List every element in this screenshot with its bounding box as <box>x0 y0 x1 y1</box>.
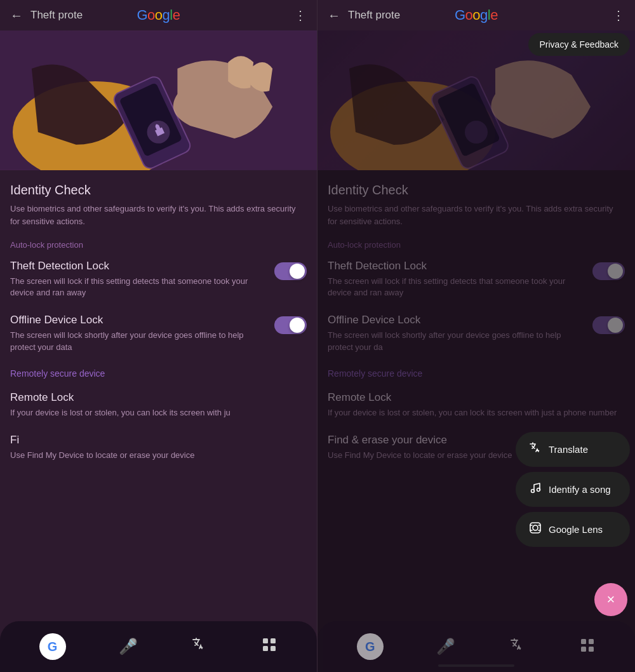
left-hero-image <box>0 30 317 170</box>
right-theft-detection-desc: The screen will lock if this setting det… <box>328 276 585 299</box>
right-offline-toggle-track <box>592 316 625 334</box>
left-back-button[interactable]: ← <box>10 8 23 23</box>
privacy-feedback-badge[interactable]: Privacy & Feedback <box>528 33 631 56</box>
left-identity-check-section: Identity Check Use biometrics and other … <box>10 183 307 227</box>
google-g-icon: G <box>48 640 58 654</box>
translate-label: Translate <box>549 444 588 455</box>
right-offline-lock-text: Offline Device Lock The screen will lock… <box>328 314 592 353</box>
left-find-erase-desc: Use Find My Device to locate or erase yo… <box>10 450 299 461</box>
right-google-icon: G <box>357 633 384 660</box>
left-remote-lock-row: Remote Lock If your device is lost or st… <box>10 391 307 419</box>
svg-rect-16 <box>530 523 540 533</box>
svg-rect-21 <box>589 647 594 652</box>
right-theft-toggle-track <box>592 262 625 280</box>
google-icon-button[interactable]: G <box>39 633 66 660</box>
right-translate-icon <box>509 636 526 657</box>
right-back-button[interactable]: ← <box>328 8 340 23</box>
google-lens-label: Google Lens <box>549 524 603 535</box>
svg-rect-5 <box>263 638 268 643</box>
translate-icon <box>528 441 542 458</box>
right-remote-lock-text: Remote Lock If your device is lost or st… <box>328 391 625 419</box>
left-find-erase-row: Fi Use Find My Device to locate or erase… <box>10 434 307 461</box>
right-offline-lock-row: Offline Device Lock The screen will lock… <box>328 314 625 353</box>
left-offline-lock-desc: The screen will lock shortly after your … <box>10 330 267 353</box>
left-bottom-bar: G 🎤 <box>0 621 317 672</box>
svg-point-17 <box>533 525 538 530</box>
left-remote-lock-name: Remote Lock <box>10 391 299 404</box>
right-remote-lock-desc: If your device is lost or stolen, you ca… <box>328 407 617 419</box>
right-offline-lock-name: Offline Device Lock <box>328 314 585 326</box>
left-more-button[interactable]: ⋮ <box>294 8 307 23</box>
left-theft-detection-toggle[interactable] <box>274 262 307 280</box>
right-remote-lock-name: Remote Lock <box>328 391 617 404</box>
right-remote-link[interactable]: Remotely secure device <box>328 368 625 379</box>
right-auto-lock-label: Auto-lock protection <box>328 240 625 250</box>
left-content: Identity Check Use biometrics and other … <box>0 170 317 489</box>
left-offline-lock-text: Offline Device Lock The screen will lock… <box>10 314 274 353</box>
left-theft-detection-row: Theft Detection Lock The screen will loc… <box>10 260 307 299</box>
right-panel: ← Theft prote Google ⋮ Privacy & Feedbac… <box>318 0 635 672</box>
left-theft-toggle-track <box>274 262 307 280</box>
svg-rect-6 <box>271 638 276 643</box>
right-theft-detection-row: Theft Detection Lock The screen will loc… <box>328 260 625 299</box>
identify-song-menu-item[interactable]: Identify a song <box>516 472 630 507</box>
grid-button[interactable] <box>261 636 277 657</box>
left-find-erase-name: Fi <box>10 434 299 447</box>
left-identity-check-desc: Use biometrics and other safeguards to v… <box>10 203 307 227</box>
right-google-logo: Google <box>455 7 498 24</box>
svg-rect-20 <box>581 647 586 652</box>
right-mic-icon: 🎤 <box>436 638 455 655</box>
left-theft-detection-name: Theft Detection Lock <box>10 260 267 272</box>
right-bottom-bar: G 🎤 <box>318 621 635 672</box>
left-offline-toggle-track <box>274 316 307 334</box>
google-lens-menu-item[interactable]: Google Lens <box>516 512 630 547</box>
right-remote-lock-row: Remote Lock If your device is lost or st… <box>328 391 625 419</box>
translate-menu-item[interactable]: Translate <box>516 432 630 467</box>
right-google-g: G <box>365 640 375 654</box>
left-offline-lock-name: Offline Device Lock <box>10 314 267 326</box>
google-lens-icon <box>528 521 542 538</box>
right-identity-check-section: Identity Check Use biometrics and other … <box>328 183 625 227</box>
left-theft-detection-text: Theft Detection Lock The screen will loc… <box>10 260 274 299</box>
right-header: ← Theft prote Google ⋮ <box>318 0 635 30</box>
left-offline-toggle-thumb <box>290 318 305 333</box>
left-find-erase-text: Fi Use Find My Device to locate or erase… <box>10 434 307 461</box>
left-auto-lock-label: Auto-lock protection <box>10 240 307 250</box>
svg-rect-8 <box>271 646 276 651</box>
left-remote-lock-text: Remote Lock If your device is lost or st… <box>10 391 307 419</box>
mic-button[interactable]: 🎤 <box>119 638 138 655</box>
right-grid-icon <box>579 637 596 656</box>
right-theft-toggle-thumb <box>608 264 623 279</box>
music-note-icon <box>528 481 542 498</box>
right-identity-check-title: Identity Check <box>328 183 625 198</box>
right-theft-detection-toggle[interactable] <box>592 262 625 280</box>
svg-point-13 <box>465 121 488 144</box>
left-offline-lock-row: Offline Device Lock The screen will lock… <box>10 314 307 353</box>
left-remote-link[interactable]: Remotely secure device <box>10 368 307 379</box>
svg-rect-7 <box>263 646 268 651</box>
svg-rect-18 <box>581 639 586 644</box>
svg-point-15 <box>537 488 540 492</box>
right-overlay-menu: Translate Identify a song Google Lens <box>516 432 630 547</box>
right-offline-lock-desc: The screen will lock shortly after your … <box>328 330 585 353</box>
close-fab-button[interactable]: × <box>594 583 627 616</box>
left-google-logo: Google <box>137 7 180 24</box>
left-offline-lock-toggle[interactable] <box>274 316 307 334</box>
left-theft-toggle-thumb <box>290 264 305 279</box>
right-identity-check-desc: Use biometrics and other safeguards to v… <box>328 203 625 227</box>
left-header: ← Theft prote Google ⋮ <box>0 0 317 30</box>
right-theft-detection-name: Theft Detection Lock <box>328 260 585 272</box>
identify-song-label: Identify a song <box>549 484 611 495</box>
left-identity-check-title: Identity Check <box>10 183 307 198</box>
right-more-button[interactable]: ⋮ <box>612 8 625 23</box>
translate-button[interactable] <box>190 636 208 657</box>
left-remote-lock-desc: If your device is lost or stolen, you ca… <box>10 407 299 419</box>
left-panel: ← Theft prote Google ⋮ <box>0 0 318 672</box>
left-theft-detection-desc: The screen will lock if this setting det… <box>10 276 267 299</box>
svg-rect-19 <box>589 639 594 644</box>
right-theft-detection-text: Theft Detection Lock The screen will loc… <box>328 260 592 299</box>
svg-point-14 <box>531 490 535 493</box>
right-offline-toggle-thumb <box>608 318 623 333</box>
right-offline-lock-toggle[interactable] <box>592 316 625 334</box>
